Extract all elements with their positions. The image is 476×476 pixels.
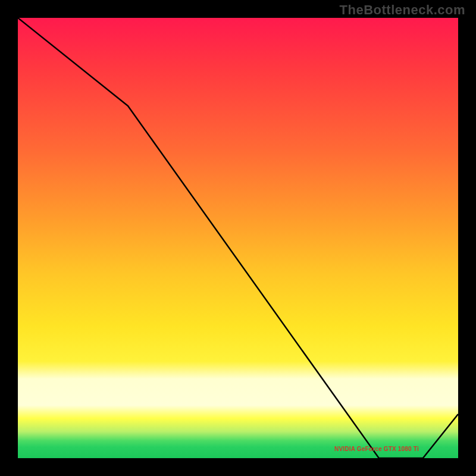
gpu-annotation-label: NVIDIA GeForce GTX 1080 Ti <box>334 446 419 452</box>
watermark-text: TheBottleneck.com <box>340 2 465 18</box>
plot-gradient-background <box>18 18 458 458</box>
plot-frame: NVIDIA GeForce GTX 1080 Ti <box>18 18 458 458</box>
